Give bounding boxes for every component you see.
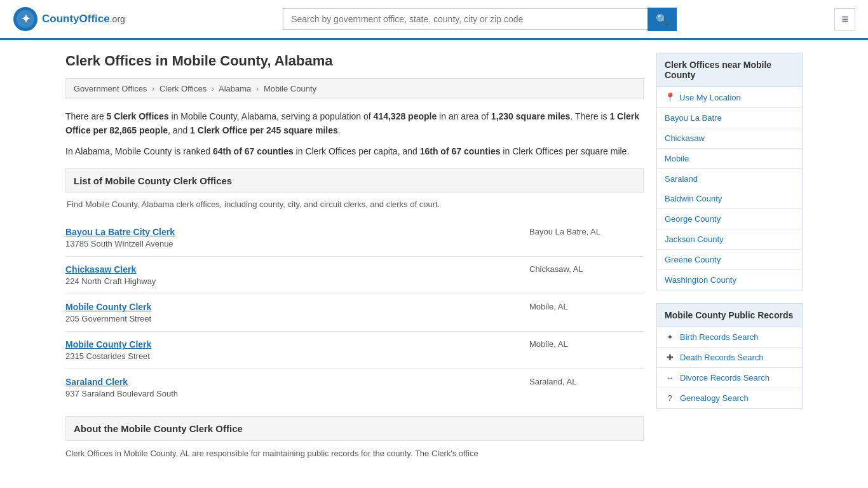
nearby-list: 📍 Use My Location Bayou La BatreChickasa… — [656, 87, 803, 290]
table-row: Mobile County Clerk 2315 Costarides Stre… — [65, 331, 644, 369]
death-icon: ✚ — [665, 353, 675, 362]
records-list-item: ✚ Death Records Search — [657, 348, 802, 368]
sidebar-county-item: Greene County — [657, 250, 802, 270]
clerk-address: 2315 Costarides Street — [65, 351, 151, 361]
header: ✦ CountyOffice.org 🔍 ≡ — [0, 0, 868, 40]
nearby-counties-list: Baldwin CountyGeorge CountyJackson Count… — [657, 189, 802, 290]
logo-text: CountyOffice.org — [42, 13, 125, 25]
logo-area: ✦ CountyOffice.org — [13, 6, 125, 32]
content-area: Clerk Offices in Mobile County, Alabama … — [65, 53, 644, 461]
sidebar-county-link[interactable]: Jackson County — [665, 234, 724, 244]
sidebar-county-link[interactable]: Washington County — [665, 275, 736, 285]
clerk-list: Bayou La Batre City Clerk 13785 South Wi… — [65, 219, 644, 406]
records-list-item: ↔ Divorce Records Search — [657, 368, 802, 388]
nearby-cities-list: Bayou La BatreChickasawMobileSaraland — [657, 108, 802, 189]
table-row: Mobile County Clerk 205 Government Stree… — [65, 294, 644, 331]
sidebar-county-link[interactable]: George County — [665, 214, 721, 224]
clerk-city: Chickasaw, AL — [529, 264, 644, 274]
use-my-location-item[interactable]: 📍 Use My Location — [657, 87, 802, 108]
records-list-item: ✦ Birth Records Search — [657, 327, 802, 348]
sidebar-county-link[interactable]: Baldwin County — [665, 194, 722, 203]
breadcrumb-gov[interactable]: Government Offices — [74, 84, 147, 93]
clerk-address: 205 Government Street — [65, 314, 151, 323]
divorce-icon: ↔ — [665, 373, 675, 383]
clerk-city: Saraland, AL — [529, 377, 644, 386]
records-list: ✦ Birth Records Search ✚ Death Records S… — [656, 327, 803, 409]
genealogy-icon: ? — [665, 393, 675, 403]
records-link-1[interactable]: Death Records Search — [680, 353, 764, 362]
records-section: Mobile County Public Records ✦ Birth Rec… — [656, 303, 803, 409]
breadcrumb-alabama[interactable]: Alabama — [219, 84, 251, 93]
sidebar-county-item: George County — [657, 209, 802, 229]
list-section-desc: Find Mobile County, Alabama clerk office… — [65, 200, 644, 209]
clerk-city: Bayou La Batre, AL — [529, 227, 644, 236]
search-button[interactable]: 🔍 — [648, 8, 677, 31]
records-link-2[interactable]: Divorce Records Search — [680, 373, 770, 383]
page-title: Clerk Offices in Mobile County, Alabama — [65, 53, 644, 69]
clerk-address: 224 North Craft Highway — [65, 276, 156, 286]
area: 1,230 square miles — [491, 111, 571, 121]
clerk-name[interactable]: Chickasaw Clerk — [65, 264, 156, 274]
svg-text:✦: ✦ — [21, 13, 31, 25]
population: 414,328 people — [374, 111, 437, 121]
about-section-header: About the Mobile County Clerk Office — [65, 416, 644, 441]
rank-sqmile: 16th of 67 counties — [420, 146, 501, 156]
nearby-section: Clerk Offices near Mobile County 📍 Use M… — [656, 53, 803, 290]
list-section-header: List of Mobile County Clerk Offices — [65, 168, 644, 193]
clerk-name[interactable]: Mobile County Clerk — [65, 302, 151, 312]
location-icon: 📍 — [665, 92, 675, 102]
sidebar-county-item: Baldwin County — [657, 189, 802, 209]
main-container: Clerk Offices in Mobile County, Alabama … — [53, 40, 815, 473]
sidebar: Clerk Offices near Mobile County 📍 Use M… — [656, 53, 803, 461]
stats-text: There are 5 Clerk Offices in Mobile Coun… — [65, 109, 644, 138]
clerk-address: 13785 South Wintzell Avenue — [65, 239, 175, 248]
table-row: Saraland Clerk 937 Saraland Boulevard So… — [65, 369, 644, 406]
breadcrumb: Government Offices › Clerk Offices › Ala… — [65, 78, 644, 99]
use-my-location-link[interactable]: Use My Location — [679, 93, 741, 102]
table-row: Chickasaw Clerk 224 North Craft Highway … — [65, 256, 644, 294]
clerk-name[interactable]: Bayou La Batre City Clerk — [65, 227, 175, 237]
sidebar-city-link[interactable]: Saraland — [665, 174, 698, 184]
records-link-0[interactable]: Birth Records Search — [680, 332, 759, 342]
birth-icon: ✦ — [665, 332, 675, 342]
records-link-3[interactable]: Genealogy Search — [680, 393, 749, 403]
clerk-address: 937 Saraland Boulevard South — [65, 389, 178, 398]
rank-capita: 64th of 67 counties — [213, 146, 294, 156]
per-sqmile: 1 Clerk Office per 245 square miles — [190, 125, 338, 135]
ranking-text: In Alabama, Mobile County is ranked 64th… — [65, 144, 644, 158]
sidebar-city-item: Bayou La Batre — [657, 108, 802, 128]
records-list-item: ? Genealogy Search — [657, 388, 802, 408]
sidebar-county-item: Jackson County — [657, 229, 802, 250]
sidebar-city-link[interactable]: Mobile — [665, 154, 689, 163]
search-input[interactable] — [283, 8, 648, 30]
breadcrumb-clerk[interactable]: Clerk Offices — [159, 84, 207, 93]
sidebar-city-item: Mobile — [657, 149, 802, 169]
sidebar-city-item: Saraland — [657, 169, 802, 189]
nearby-title: Clerk Offices near Mobile County — [656, 53, 803, 87]
logo-icon: ✦ — [13, 6, 38, 32]
sidebar-city-link[interactable]: Chickasaw — [665, 133, 705, 143]
clerk-name[interactable]: Saraland Clerk — [65, 377, 178, 387]
clerk-name[interactable]: Mobile County Clerk — [65, 339, 151, 349]
breadcrumb-mobile[interactable]: Mobile County — [264, 84, 316, 93]
table-row: Bayou La Batre City Clerk 13785 South Wi… — [65, 219, 644, 256]
sidebar-county-link[interactable]: Greene County — [665, 255, 721, 264]
sidebar-city-item: Chickasaw — [657, 128, 802, 149]
menu-button[interactable]: ≡ — [834, 8, 855, 30]
about-text: Clerk Offices in Mobile County, AL are r… — [65, 447, 644, 461]
sidebar-county-item: Washington County — [657, 270, 802, 290]
clerk-city: Mobile, AL — [529, 302, 644, 311]
clerk-count: 5 Clerk Offices — [107, 111, 169, 121]
clerk-city: Mobile, AL — [529, 339, 644, 349]
records-title: Mobile County Public Records — [656, 303, 803, 327]
search-area: 🔍 — [283, 8, 677, 31]
sidebar-city-link[interactable]: Bayou La Batre — [665, 113, 722, 123]
